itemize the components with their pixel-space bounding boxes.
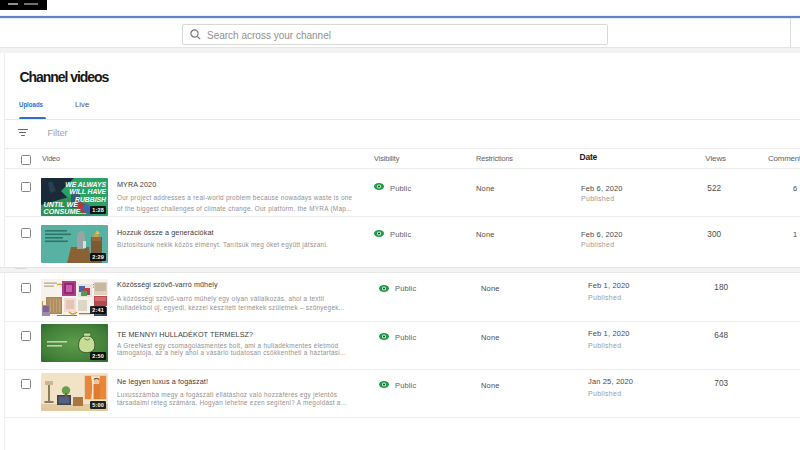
svg-text:RUBBISH: RUBBISH: [75, 196, 107, 203]
svg-text:WILL HAVE: WILL HAVE: [69, 188, 106, 195]
svg-text:CONSUME...: CONSUME...: [44, 207, 87, 216]
svg-text:WE ALWAYS: WE ALWAYS: [65, 181, 106, 188]
